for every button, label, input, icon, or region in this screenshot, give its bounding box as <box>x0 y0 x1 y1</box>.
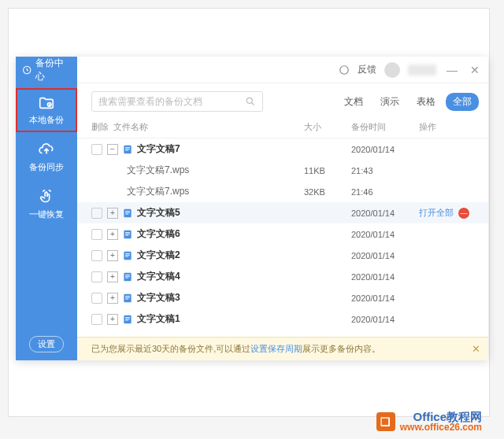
backup-icon <box>22 65 32 76</box>
checkbox[interactable] <box>91 293 102 304</box>
doc-icon <box>122 313 133 326</box>
table-row[interactable]: +文字文稿12020/01/14 <box>77 308 488 330</box>
svg-rect-27 <box>125 298 128 299</box>
hand-tap-icon <box>38 189 55 206</box>
title-right: 反馈 — ✕ <box>339 62 488 78</box>
doc-icon <box>122 271 133 283</box>
footer-close-icon[interactable]: ✕ <box>472 343 480 355</box>
svg-rect-31 <box>125 319 128 320</box>
table-row[interactable]: −文字文稿72020/01/14 <box>77 138 488 160</box>
file-name: 文字文稿3 <box>137 291 304 304</box>
file-time: 21:43 <box>351 166 419 175</box>
search-box[interactable] <box>91 91 263 112</box>
expand-toggle[interactable]: + <box>107 250 118 261</box>
file-name: 文字文稿2 <box>137 249 304 262</box>
toolbar: 文档 演示 表格 全部 <box>77 83 488 118</box>
folder-icon <box>38 94 55 112</box>
expand-toggle[interactable]: + <box>107 229 118 240</box>
doc-icon <box>122 249 133 262</box>
table-row[interactable]: +文字文稿52020/01/14打开全部— <box>77 202 488 223</box>
filter-doc[interactable]: 文档 <box>337 93 370 111</box>
close-button[interactable]: ✕ <box>468 64 482 76</box>
svg-rect-25 <box>125 296 130 297</box>
file-name: 文字文稿4 <box>137 270 304 283</box>
file-name: 文字文稿7 <box>137 142 304 156</box>
table-row[interactable]: +文字文稿22020/01/14 <box>77 245 488 266</box>
delete-icon[interactable]: — <box>458 208 469 219</box>
file-name: 文字文稿1 <box>137 312 304 326</box>
svg-rect-11 <box>125 213 128 214</box>
sidebar-item-sync[interactable]: 备份同步 <box>16 137 77 178</box>
svg-rect-9 <box>125 211 130 212</box>
checkbox[interactable] <box>91 208 102 219</box>
open-all-link[interactable]: 打开全部 <box>419 207 454 219</box>
checkbox[interactable] <box>91 250 102 261</box>
file-time: 2020/01/14 <box>351 145 419 154</box>
col-size: 大小 <box>304 121 351 133</box>
file-time: 2020/01/14 <box>351 230 419 239</box>
filter-group: 文档 演示 表格 全部 <box>337 93 479 111</box>
svg-rect-19 <box>125 256 128 256</box>
table-row[interactable]: +文字文稿62020/01/14 <box>77 223 488 245</box>
svg-rect-13 <box>125 232 130 233</box>
file-name: 文字文稿6 <box>137 227 304 241</box>
table-row-child[interactable]: 文字文稿7.wps32KB21:46 <box>77 181 488 202</box>
feedback-link[interactable]: 反馈 <box>358 63 376 76</box>
sidebar-label: 一键恢复 <box>29 208 64 220</box>
checkbox[interactable] <box>91 271 102 282</box>
expand-toggle[interactable]: + <box>107 208 118 219</box>
svg-rect-14 <box>125 233 130 234</box>
filter-sheet[interactable]: 表格 <box>410 93 443 111</box>
sidebar-settings-button[interactable]: 设置 <box>29 336 64 352</box>
checkbox[interactable] <box>91 144 102 155</box>
svg-rect-22 <box>125 275 130 276</box>
svg-rect-7 <box>125 149 128 150</box>
svg-rect-4 <box>124 145 131 153</box>
col-op: 操作 <box>419 121 479 133</box>
sidebar: 本地备份 备份同步 一键恢复 设置 <box>16 83 77 360</box>
doc-icon <box>122 207 133 220</box>
svg-rect-8 <box>124 208 131 217</box>
brand-cn: Office教程网 <box>400 411 482 423</box>
file-name: 文字文稿7.wps <box>127 164 304 177</box>
table-row-child[interactable]: 文字文稿7.wps11KB21:43 <box>77 160 488 181</box>
main-panel: 文档 演示 表格 全部 删除 文件名称 大小 备份时间 操作 −文字文稿7202… <box>77 83 488 360</box>
expand-toggle[interactable]: + <box>107 271 118 282</box>
sidebar-item-restore[interactable]: 一键恢复 <box>16 184 77 225</box>
filter-pres[interactable]: 演示 <box>373 93 406 111</box>
sidebar-item-local-backup[interactable]: 本地备份 <box>16 88 77 132</box>
checkbox[interactable] <box>91 314 102 325</box>
brand-badge-icon: ❑ <box>376 412 395 431</box>
file-size: 32KB <box>304 187 351 197</box>
footer-text-post: 展示更多备份内容。 <box>302 343 380 355</box>
table-row[interactable]: +文字文稿42020/01/14 <box>77 266 488 287</box>
window-title: 备份中心 <box>35 57 69 83</box>
doc-icon <box>122 143 133 156</box>
svg-rect-21 <box>125 275 130 275</box>
avatar[interactable] <box>384 62 400 78</box>
file-time: 2020/01/14 <box>351 293 419 303</box>
doc-icon <box>122 292 133 304</box>
file-time: 2020/01/14 <box>351 315 419 324</box>
search-input[interactable] <box>98 96 245 107</box>
brand-url: www.office26.com <box>400 422 482 433</box>
svg-rect-23 <box>125 277 128 278</box>
expand-toggle[interactable]: + <box>107 293 118 304</box>
file-name: 文字文稿5 <box>137 206 304 220</box>
expand-toggle[interactable]: + <box>107 314 118 325</box>
filter-all[interactable]: 全部 <box>446 93 479 111</box>
file-list: −文字文稿72020/01/14文字文稿7.wps11KB21:43文字文稿7.… <box>77 138 488 337</box>
svg-rect-10 <box>125 212 130 212</box>
col-time: 备份时间 <box>351 121 419 133</box>
minimize-button[interactable]: — <box>444 64 460 76</box>
svg-rect-24 <box>124 293 131 302</box>
file-size: 11KB <box>304 166 351 175</box>
footer-link[interactable]: 设置保存周期 <box>250 343 302 355</box>
collapse-toggle[interactable]: − <box>107 144 118 155</box>
checkbox[interactable] <box>91 229 102 240</box>
table-row[interactable]: +文字文稿32020/01/14 <box>77 287 488 308</box>
svg-rect-28 <box>124 315 131 323</box>
backup-center-window: 备份中心 反馈 — ✕ 本地备份 备份同步 一键恢复 <box>16 57 488 360</box>
sidebar-label: 备份同步 <box>29 161 64 173</box>
svg-rect-30 <box>125 318 130 319</box>
